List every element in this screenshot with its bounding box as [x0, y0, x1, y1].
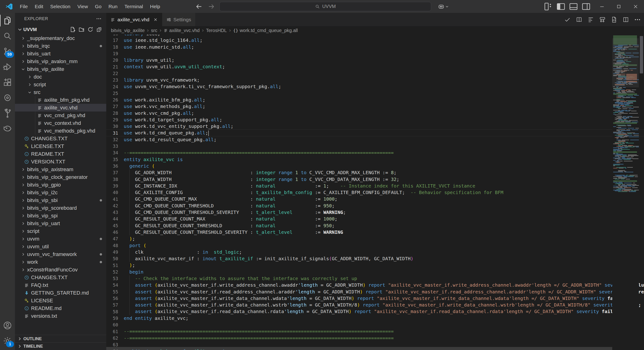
code-line[interactable]: 59end entity axilite_vvc;	[106, 315, 644, 321]
code-editor[interactable]: 16library ieee;17use ieee.std_logic_1164…	[106, 35, 644, 350]
timeline-panel-header[interactable]: TIMELINE	[15, 342, 106, 350]
code-line[interactable]: 28use work.vvc_cmd_pkg.all;	[106, 110, 644, 116]
code-line[interactable]: 49 clk : in std_logic;	[106, 249, 644, 255]
new-folder-icon[interactable]	[79, 27, 84, 32]
code-line[interactable]: 62--====================================…	[106, 335, 644, 341]
tree-item[interactable]: bitvis_vip_uart	[15, 220, 106, 227]
more-actions-icon[interactable]	[634, 16, 641, 23]
tree-item[interactable]: bitvis_vip_axistream	[15, 165, 106, 173]
activity-item-teroshdl[interactable]	[0, 105, 15, 121]
tree-item[interactable]: VERSION.TXT	[15, 158, 106, 165]
code-line[interactable]: 20library uvvm_util;	[106, 57, 644, 63]
activity-item-extensions[interactable]	[0, 75, 15, 90]
views-more-actions-icon[interactable]	[96, 16, 102, 22]
tree-item[interactable]: LICENSE	[15, 297, 106, 304]
tree-item[interactable]: bitvis_vip_avalon_mm	[15, 58, 106, 65]
tree-item[interactable]: doc	[15, 73, 106, 81]
code-line[interactable]: 61--====================================…	[106, 328, 644, 334]
code-line[interactable]: 45 GC_RESULT_QUEUE_COUNT_THRESHOLD : nat…	[106, 222, 644, 229]
code-line[interactable]: 29use work.td_target_support_pkg.all;	[106, 116, 644, 123]
activity-item-viewer[interactable]	[0, 121, 15, 136]
minimap-slider[interactable]	[612, 38, 639, 87]
copilot-menu[interactable]	[438, 3, 449, 10]
tree-item[interactable]: bitvis_vip_gpio	[15, 181, 106, 189]
code-line[interactable]: 43 GC_CMD_QUEUE_COUNT_THRESHOLD_SEVERITY…	[106, 209, 644, 216]
tree-item[interactable]: bitvis_vip_scoreboard	[15, 204, 106, 212]
forward-arrow-icon[interactable]	[207, 3, 215, 11]
tree-item[interactable]: CHANGES.TXT	[15, 274, 106, 281]
code-line[interactable]: 23library uvvm_vvc_framework;	[106, 77, 644, 83]
check-icon[interactable]	[564, 16, 571, 23]
code-line[interactable]: 58 assert (axilite_vvc_master_if.read_da…	[106, 308, 644, 315]
collapse-all-icon[interactable]	[96, 27, 102, 32]
tree-item[interactable]: script	[15, 81, 106, 88]
outline-icon[interactable]	[588, 16, 594, 23]
code-line[interactable]: 57 assert (axilite_vvc_master_if.write_d…	[106, 302, 644, 308]
breadcrumb-item[interactable]: {}work.td_cmd_queue_pkg.all	[233, 28, 298, 33]
tree-item[interactable]: GETTING_STARTED.md	[15, 289, 106, 297]
code-line[interactable]: 46 GC_RESULT_QUEUE_COUNT_THRESHOLD_SEVER…	[106, 229, 644, 235]
code-line[interactable]: 26use work.axilite_bfm_pkg.all;	[106, 97, 644, 103]
activity-item-settings[interactable]: 1	[0, 333, 15, 348]
tree-item[interactable]: bitvis_vip_sbi	[15, 196, 106, 204]
outline-panel-header[interactable]: OUTLINE	[15, 335, 106, 342]
refresh-icon[interactable]	[88, 27, 93, 32]
tree-item[interactable]: _supplementary_doc	[15, 34, 106, 42]
tree-item[interactable]: vvc_methods_pkg.vhd	[15, 127, 106, 135]
activity-item-search[interactable]	[0, 28, 15, 44]
split-editor-icon[interactable]	[622, 16, 629, 23]
toggle-secondary-sidebar-icon[interactable]	[581, 2, 591, 12]
toggle-panel-icon[interactable]	[568, 2, 578, 12]
tree-item[interactable]: uvvm	[15, 235, 106, 243]
code-line[interactable]: 39 GC_INSTANCE_IDX : natural := 1; -- In…	[106, 183, 644, 189]
tree-item[interactable]: bitvis_vip_clock_generator	[15, 173, 106, 181]
code-line[interactable]: 19	[106, 50, 644, 57]
breadcrumb-item[interactable]: TerosHDL	[206, 28, 227, 33]
menu-run[interactable]: Run	[105, 0, 121, 13]
tree-item[interactable]: axilite_vvc.vhd	[15, 104, 106, 111]
code-line[interactable]: 56 assert (axilite_vvc_master_if.write_d…	[106, 295, 644, 302]
workspace-section-header[interactable]: UVVM	[15, 25, 106, 34]
code-line[interactable]: 35entity axilite_vvc is	[106, 156, 644, 163]
code-line[interactable]: 36 generic (	[106, 163, 644, 169]
code-line[interactable]: 47 );	[106, 235, 644, 242]
breadcrumb-item[interactable]: axilite_vvc.vhd	[164, 28, 200, 33]
code-line[interactable]: 37 GC_ADDR_WIDTH : integer range 1 to C_…	[106, 169, 644, 176]
menu-selection[interactable]: Selection	[47, 0, 74, 13]
tree-item[interactable]: bitvis_uart	[15, 50, 106, 58]
tree-item[interactable]: bitvis_vip_axilite	[15, 65, 106, 73]
tree-item[interactable]: src	[15, 88, 106, 96]
toggle-primary-sidebar-icon[interactable]	[556, 2, 566, 12]
menu-view[interactable]: View	[74, 0, 91, 13]
tree-item[interactable]: FAQ.txt	[15, 281, 106, 289]
code-line[interactable]: 55 assert (axilite_vvc_master_if.read_ad…	[106, 288, 644, 295]
activity-item-account[interactable]	[0, 318, 15, 333]
open-preview-icon[interactable]	[576, 16, 582, 23]
code-line[interactable]: 31use work.td_cmd_queue_pkg.all;	[106, 129, 644, 136]
tree-item[interactable]: versions.txt	[15, 312, 106, 320]
tree-item[interactable]: xConstrRandFuncCov	[15, 266, 106, 274]
close-button[interactable]	[627, 0, 644, 13]
tree-item[interactable]: README.TXT	[15, 150, 106, 158]
activity-item-run-debug[interactable]	[0, 59, 15, 75]
customize-layout-icon[interactable]	[543, 2, 554, 12]
code-line[interactable]: 60	[106, 321, 644, 328]
code-line[interactable]: 21context uvvm_util.uvvm_util_context;	[106, 63, 644, 70]
back-arrow-icon[interactable]	[195, 3, 203, 11]
code-line[interactable]: 51 );	[106, 262, 644, 268]
schematic-icon[interactable]	[599, 16, 606, 23]
code-line[interactable]: 33	[106, 143, 644, 149]
code-line[interactable]: 41 GC_CMD_QUEUE_COUNT_MAX : natural := 1…	[106, 196, 644, 202]
tree-item[interactable]: bitvis_vip_i2c	[15, 189, 106, 196]
code-line[interactable]: 17use ieee.std_logic_1164.all;	[106, 37, 644, 44]
breadcrumb-item[interactable]: src	[151, 28, 158, 33]
menu-file[interactable]: File	[16, 0, 31, 13]
menu-terminal[interactable]: Terminal	[121, 0, 146, 13]
vertical-scrollbar[interactable]	[639, 35, 644, 350]
tree-item[interactable]: LICENSE.TXT	[15, 142, 106, 150]
code-line[interactable]: 42 GC_CMD_QUEUE_COUNT_THRESHOLD : natura…	[106, 203, 644, 209]
tree-item[interactable]: vvc_context.vhd	[15, 119, 106, 127]
scrollbar-thumb[interactable]	[640, 36, 643, 73]
tree-item[interactable]: vvc_cmd_pkg.vhd	[15, 111, 106, 119]
tree-item[interactable]: axilite_bfm_pkg.vhd	[15, 96, 106, 104]
